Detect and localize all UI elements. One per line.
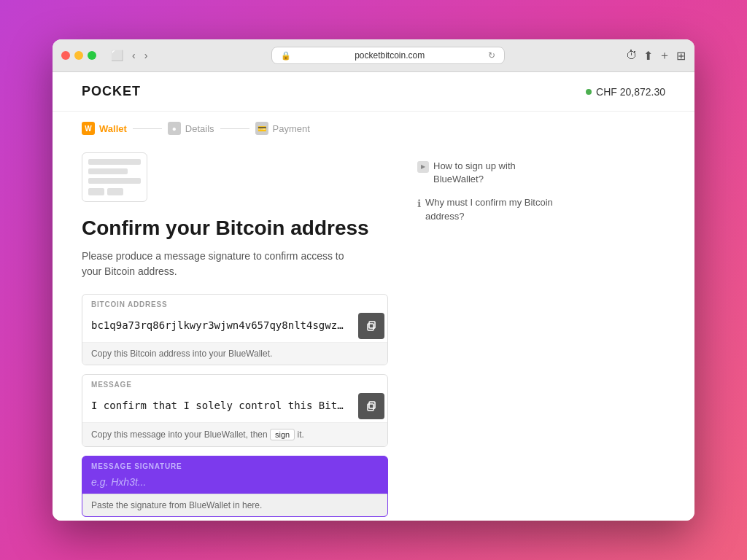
signature-placeholder[interactable]: e.g. Hxh3t... bbox=[82, 472, 387, 494]
maximize-button[interactable] bbox=[88, 51, 96, 60]
step-payment-icon: 💳 bbox=[255, 122, 268, 135]
help-confirm-link[interactable]: ℹ Why must I confirm my Bitcoin address? bbox=[417, 196, 563, 222]
wp-btn-1 bbox=[88, 188, 104, 195]
svg-rect-1 bbox=[369, 322, 375, 328]
lock-icon: 🔒 bbox=[281, 51, 291, 61]
traffic-lights bbox=[61, 51, 96, 60]
close-button[interactable] bbox=[61, 51, 70, 60]
copy-address-button[interactable] bbox=[358, 313, 384, 339]
refresh-button[interactable]: ↻ bbox=[488, 50, 495, 61]
bitcoin-address-value: bc1q9a73rq86rjlkwyr3wjwn4v657qy8nlt4sgwz… bbox=[82, 315, 355, 337]
message-label: MESSAGE bbox=[82, 375, 387, 390]
browser-window: ⬜ ‹ › 🔒 pocketbitcoin.com ↻ ⏱ ⬆ ＋ ⊞ POCK… bbox=[53, 39, 694, 521]
step-details-label: Details bbox=[185, 123, 214, 134]
page-content: POCKET CHF 20,872.30 W Wallet ● Details … bbox=[53, 72, 694, 521]
step-payment-label: Payment bbox=[273, 123, 310, 134]
main-content: Confirm your Bitcoin address Please prod… bbox=[82, 145, 388, 521]
message-input-row: I confirm that I solely control this Bit… bbox=[82, 390, 387, 422]
copy-message-icon bbox=[366, 401, 376, 411]
browser-right-actions: ⏱ ⬆ ＋ ⊞ bbox=[626, 48, 686, 63]
signature-hint: Paste the signature from BlueWallet in h… bbox=[82, 494, 387, 516]
sign-button[interactable]: sign bbox=[270, 429, 295, 440]
progress-stepper: W Wallet ● Details 💳 Payment bbox=[53, 112, 694, 145]
signature-input-row: e.g. Hxh3t... bbox=[82, 472, 387, 494]
balance-display: CHF 20,872.30 bbox=[586, 86, 665, 98]
wp-btn-2 bbox=[107, 188, 123, 195]
help-confirm-text: Why must I confirm my Bitcoin address? bbox=[425, 196, 563, 222]
app-header: POCKET CHF 20,872.30 bbox=[53, 72, 694, 112]
main-layout: Confirm your Bitcoin address Please prod… bbox=[53, 145, 694, 521]
svg-rect-3 bbox=[369, 402, 375, 408]
step-details-icon: ● bbox=[168, 122, 181, 135]
video-icon: ▶ bbox=[417, 161, 429, 173]
message-hint-prefix: Copy this message into your BlueWallet, … bbox=[91, 429, 268, 440]
step-payment: 💳 Payment bbox=[255, 122, 310, 135]
help-bluewallet-text: How to sign up with BlueWallet? bbox=[433, 160, 563, 186]
wp-row-3 bbox=[88, 178, 141, 184]
message-hint: Copy this message into your BlueWallet, … bbox=[82, 422, 387, 446]
address-bar-container: 🔒 pocketbitcoin.com ↻ bbox=[156, 47, 620, 64]
browser-chrome: ⬜ ‹ › 🔒 pocketbitcoin.com ↻ ⏱ ⬆ ＋ ⊞ bbox=[53, 39, 694, 72]
page-title: Confirm your Bitcoin address bbox=[82, 217, 388, 240]
copy-message-button[interactable] bbox=[358, 393, 384, 419]
help-sidebar: ▶ How to sign up with BlueWallet? ℹ Why … bbox=[417, 145, 563, 521]
wp-row-1 bbox=[88, 159, 141, 165]
message-hint-suffix: it. bbox=[298, 429, 304, 440]
new-tab-icon[interactable]: ＋ bbox=[659, 48, 670, 63]
sidebar-toggle[interactable]: ⬜ bbox=[108, 48, 126, 63]
url-text: pocketbitcoin.com bbox=[295, 50, 484, 61]
help-bluewallet-link[interactable]: ▶ How to sign up with BlueWallet? bbox=[417, 160, 563, 186]
app-logo: POCKET bbox=[82, 84, 141, 99]
balance-status-dot bbox=[586, 89, 592, 95]
bitcoin-address-label: BITCOIN ADDRESS bbox=[82, 295, 387, 310]
signature-label: MESSAGE SIGNATURE bbox=[82, 456, 387, 472]
step-separator-1 bbox=[133, 128, 162, 129]
step-wallet-icon: W bbox=[82, 122, 95, 135]
step-separator-2 bbox=[220, 128, 249, 129]
bitcoin-address-hint: Copy this Bitcoin address into your Blue… bbox=[82, 342, 387, 365]
address-bar[interactable]: 🔒 pocketbitcoin.com ↻ bbox=[271, 47, 505, 64]
message-value: I confirm that I solely control this Bit… bbox=[82, 395, 355, 417]
step-details: ● Details bbox=[168, 122, 214, 135]
svg-rect-0 bbox=[368, 324, 374, 330]
nav-back[interactable]: ‹ bbox=[129, 48, 139, 63]
minimize-button[interactable] bbox=[74, 51, 83, 60]
copy-icon bbox=[366, 321, 376, 331]
step-wallet: W Wallet bbox=[82, 122, 127, 135]
grid-icon[interactable]: ⊞ bbox=[676, 49, 686, 63]
nav-forward[interactable]: › bbox=[142, 48, 151, 63]
share-icon[interactable]: ⬆ bbox=[643, 49, 653, 63]
step-wallet-label: Wallet bbox=[99, 123, 127, 134]
page-description: Please produce a message signature to co… bbox=[82, 249, 344, 279]
browser-nav: ⬜ ‹ › bbox=[108, 48, 150, 63]
wallet-illustration bbox=[82, 152, 147, 202]
bitcoin-address-field: BITCOIN ADDRESS bc1q9a73rq86rjlkwyr3wjwn… bbox=[82, 294, 388, 365]
message-field: MESSAGE I confirm that I solely control … bbox=[82, 374, 388, 447]
signature-field: MESSAGE SIGNATURE e.g. Hxh3t... Paste th… bbox=[82, 456, 388, 517]
balance-amount: CHF 20,872.30 bbox=[596, 86, 665, 98]
info-icon: ℹ bbox=[417, 197, 421, 211]
wp-row-2 bbox=[88, 168, 128, 174]
svg-rect-2 bbox=[368, 404, 374, 411]
bitcoin-address-input-row: bc1q9a73rq86rjlkwyr3wjwn4v657qy8nlt4sgwz… bbox=[82, 310, 387, 342]
downloads-icon[interactable]: ⏱ bbox=[626, 49, 638, 62]
